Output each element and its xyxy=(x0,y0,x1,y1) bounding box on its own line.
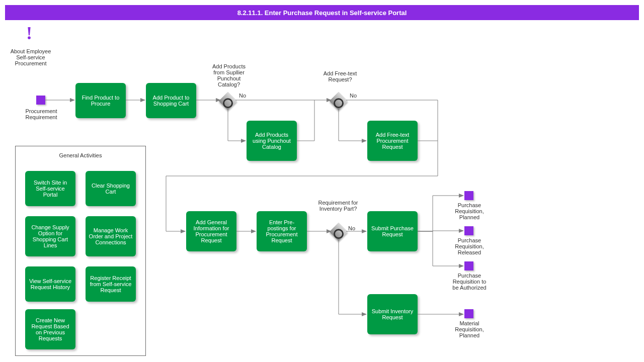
gateway-inventory-label: Requirement for Inventory Part? xyxy=(318,200,358,212)
end-event-authorized[interactable] xyxy=(464,261,473,270)
edge-label-no: No xyxy=(350,93,357,99)
activity-add-cart[interactable]: Add Product to Shopping Cart xyxy=(146,83,196,118)
end-event-material[interactable] xyxy=(464,309,473,318)
activity-view-history[interactable]: View Self-service Request History xyxy=(25,266,75,302)
page-title: 8.2.11.1. Enter Purchase Request in Self… xyxy=(5,5,639,20)
activity-add-general[interactable]: Add General Information for Procurement … xyxy=(186,211,236,251)
start-event-label: Procurement Requirement xyxy=(21,108,61,120)
activity-submit-purchase[interactable]: Submit Purchase Request xyxy=(367,211,418,251)
alert-icon: ! xyxy=(26,24,32,42)
note-label: About Employee Self-service Procurement xyxy=(8,48,54,66)
group-title: General Activities xyxy=(16,152,145,158)
activity-add-punchout[interactable]: Add Products using Punchout Catalog xyxy=(247,121,297,161)
activity-add-freetext[interactable]: Add Free-text Procurement Request xyxy=(367,121,418,161)
activity-enter-prepost[interactable]: Enter Pre-postings for Procurement Reque… xyxy=(257,211,307,251)
activity-submit-inventory[interactable]: Submit Inventory Request xyxy=(367,294,418,334)
activity-manage-work[interactable]: Manage Work Order and Project Connection… xyxy=(86,216,136,256)
end-event-label: Purchase Requisition to be Authorized xyxy=(449,273,490,291)
end-event-released[interactable] xyxy=(464,226,473,235)
edge-label-no: No xyxy=(348,225,355,231)
gateway-freetext[interactable] xyxy=(330,92,348,111)
gateway-freetext-label: Add Free-text Request? xyxy=(320,70,360,82)
edge-label-no: No xyxy=(239,93,246,99)
end-event-planned[interactable] xyxy=(464,191,473,200)
end-event-label: Material Requisition, Planned xyxy=(449,320,490,338)
start-event[interactable] xyxy=(36,96,45,105)
gateway-punchout[interactable] xyxy=(219,92,237,111)
activity-register-receipt[interactable]: Register Receipt from Self-service Reque… xyxy=(86,266,136,302)
end-event-label: Purchase Requisition, Planned xyxy=(449,202,490,220)
activity-clear-cart[interactable]: Clear Shopping Cart xyxy=(86,171,136,206)
activity-change-supply[interactable]: Change Supply Option for Shopping Cart L… xyxy=(25,216,75,256)
activity-find-product[interactable]: Find Product to Procure xyxy=(75,83,126,118)
activity-create-new[interactable]: Create New Request Based on Previous Req… xyxy=(25,309,75,349)
gateway-punchout-label: Add Products from Supllier Punchout Cata… xyxy=(206,63,252,87)
gateway-inventory[interactable] xyxy=(330,223,348,241)
end-event-label: Purchase Requisition, Released xyxy=(449,237,490,255)
activity-switch-site[interactable]: Switch Site in Self-service Portal xyxy=(25,171,75,206)
